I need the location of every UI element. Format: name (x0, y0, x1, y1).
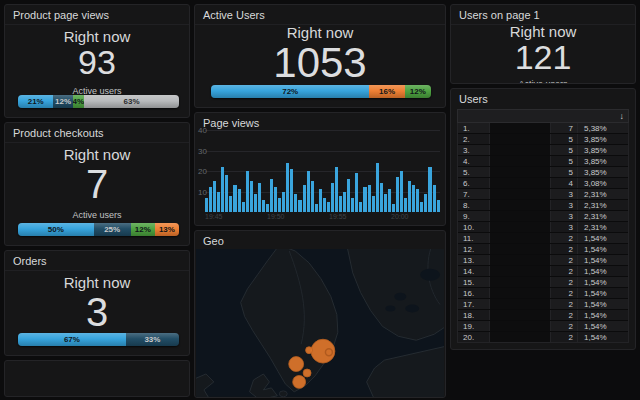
row-index: 19. (458, 321, 489, 331)
table-row: 13.21,54% (458, 255, 628, 266)
panel-title[interactable]: Active Users (195, 5, 445, 25)
panel-title[interactable]: Geo (195, 231, 445, 250)
row-label-redacted (489, 299, 551, 309)
bar-segment: 33% (126, 333, 179, 346)
row-label-redacted (489, 123, 551, 133)
bar-segment: 4% (73, 95, 84, 108)
row-label-redacted (489, 266, 551, 276)
table-row: 9.32,31% (458, 211, 628, 222)
pageviews-bar (347, 179, 350, 212)
row-count: 3 (551, 200, 577, 210)
pageviews-bar (404, 198, 407, 212)
users-table: ↓ 1.75,38%2.53,85%3.53,85%4.53,85%5.53,8… (457, 109, 629, 343)
panel-geo: Geo (194, 230, 446, 398)
pageviews-bar (424, 194, 427, 212)
page-views-chart[interactable]: 40302010 19:4519:5019:5520:00 (205, 130, 440, 212)
table-row: 3.53,85% (458, 145, 628, 156)
row-percent: 3,85% (577, 167, 628, 177)
pageviews-bar (315, 204, 318, 212)
pageviews-bar (213, 181, 216, 212)
pageviews-bar (225, 175, 228, 212)
bar-segment: 12% (53, 95, 72, 108)
row-percent: 1,54% (577, 244, 628, 254)
row-count: 3 (551, 211, 577, 221)
bar-segment: 50% (18, 223, 94, 236)
table-row: 18.21,54% (458, 310, 628, 321)
panel-title[interactable]: Users on page 1 (451, 5, 635, 25)
pageviews-bar (343, 192, 346, 213)
row-label-redacted (489, 156, 551, 166)
row-count: 3 (551, 222, 577, 232)
row-percent: 1,54% (577, 321, 628, 331)
x-axis-tick: 20:00 (391, 213, 409, 220)
pageviews-bar (412, 185, 415, 212)
table-row: 16.21,54% (458, 288, 628, 299)
dashboard: { "theme": { "background": "#0c0c0d", "p… (0, 0, 640, 400)
panel-users-table: Users ↓ 1.75,38%2.53,85%3.53,85%4.53,85%… (450, 88, 636, 350)
table-header[interactable]: ↓ (457, 109, 629, 123)
row-percent: 3,85% (577, 156, 628, 166)
pageviews-bar (428, 167, 431, 212)
pageviews-bar (209, 187, 212, 212)
panel-title[interactable]: Orders (5, 251, 189, 271)
row-index: 16. (458, 288, 489, 298)
row-label-redacted (489, 178, 551, 188)
pageviews-bar (294, 194, 297, 212)
pageviews-bar (233, 185, 236, 212)
row-percent: 5,38% (577, 123, 628, 133)
row-percent: 1,54% (577, 277, 628, 287)
pageviews-bar (262, 200, 265, 212)
panel-title[interactable]: Product checkouts (5, 123, 189, 143)
geo-marker (289, 357, 304, 372)
table-row: 12.21,54% (458, 244, 628, 255)
map-island (279, 391, 287, 397)
row-index: 15. (458, 277, 489, 287)
pageviews-bar (270, 179, 273, 212)
pageviews-bar (274, 187, 277, 212)
stat-value: 93 (78, 45, 116, 81)
row-label-redacted (489, 222, 551, 232)
pageviews-bar (331, 183, 334, 212)
row-count: 2 (551, 233, 577, 243)
geo-map[interactable] (196, 249, 444, 397)
row-index: 11. (458, 233, 489, 243)
stat-value: 121 (515, 40, 572, 76)
row-percent: 2,31% (577, 189, 628, 199)
pageviews-bar (437, 200, 440, 212)
pageviews-bar (327, 202, 330, 212)
pageviews-bar (303, 185, 306, 212)
table-row: 7.32,31% (458, 189, 628, 200)
pageviews-bar (319, 189, 322, 212)
pageviews-bar (384, 194, 387, 212)
row-count: 5 (551, 156, 577, 166)
stat-label: Right now (64, 274, 131, 291)
panel-partial (4, 360, 190, 397)
row-percent: 2,31% (577, 200, 628, 210)
pageviews-bar (250, 181, 253, 212)
map-lake (385, 306, 395, 312)
row-label-redacted (489, 167, 551, 177)
stacked-bar: 50%25%12%13% (18, 223, 179, 236)
panel-title[interactable]: Product page views (5, 5, 189, 25)
row-index: 1. (458, 123, 489, 133)
pageviews-bar (368, 185, 371, 212)
panel-title[interactable]: Users (451, 89, 635, 108)
row-index: 14. (458, 266, 489, 276)
bar-segment: 63% (84, 95, 179, 108)
pageviews-bar (307, 171, 310, 212)
row-label-redacted (489, 332, 551, 342)
sort-descending-icon[interactable]: ↓ (620, 112, 625, 121)
pageviews-bar (351, 198, 354, 212)
row-count: 3 (551, 189, 577, 199)
pageviews-bar (392, 204, 395, 212)
row-index: 7. (458, 189, 489, 199)
row-percent: 1,54% (577, 332, 628, 342)
pageviews-bar (282, 192, 285, 213)
pageviews-bar (335, 167, 338, 212)
pageviews-bar (238, 189, 241, 212)
pageviews-bar (400, 171, 403, 212)
table-row: 8.32,31% (458, 200, 628, 211)
pageviews-bar (278, 198, 281, 212)
bar-segment: 13% (155, 223, 179, 236)
row-label-redacted (489, 255, 551, 265)
